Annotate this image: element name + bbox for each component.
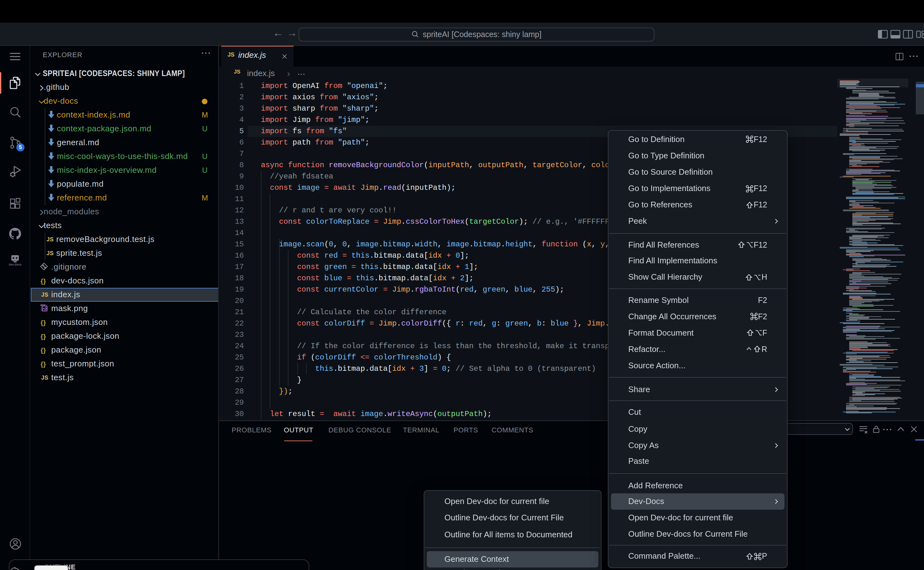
svg-text:Dev-Docs: Dev-Docs: [9, 263, 22, 266]
